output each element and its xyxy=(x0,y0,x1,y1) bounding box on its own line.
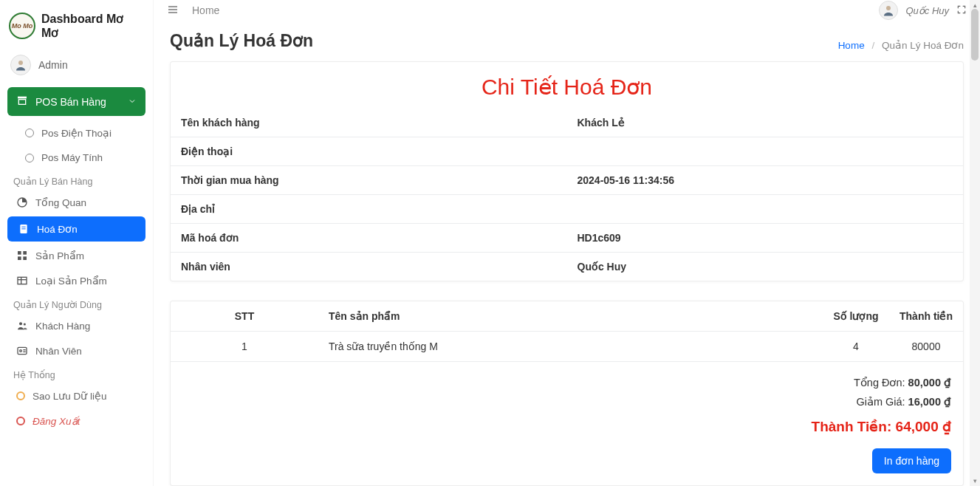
items-table: STT Tên sản phẩm Số lượng Thành tiền 1 T… xyxy=(171,301,963,362)
nav-pos-phone[interactable]: Pos Điện Thoại xyxy=(0,120,153,146)
info-label: Mã hoá đơn xyxy=(171,224,567,253)
svg-rect-7 xyxy=(18,251,21,255)
info-table: Tên khách hàng Khách Lẻ Điện thoại Thời … xyxy=(171,109,963,281)
svg-point-14 xyxy=(19,322,22,325)
circle-icon xyxy=(25,154,34,162)
discount-value: 16,000 ₫ xyxy=(908,396,951,408)
info-value: Khách Lẻ xyxy=(578,117,625,129)
info-row-code: Mã hoá đơn HD1c609 xyxy=(171,224,963,253)
grand-row: Thành Tiền: 64,000 ₫ xyxy=(182,418,951,435)
subtotal-label: Tổng Đơn: xyxy=(854,377,905,389)
nav-customer-label: Khách Hàng xyxy=(35,321,90,332)
invoice-info-card: Chi Tiết Hoá Đơn Tên khách hàng Khách Lẻ… xyxy=(170,61,964,281)
page-scrollbar[interactable]: ▴ ▾ xyxy=(970,0,980,486)
nav-overview[interactable]: Tổng Quan xyxy=(0,190,153,215)
content: Quản Lý Hoá Đơn Home / Quản Lý Hoá Đơn C… xyxy=(154,21,980,486)
info-value: HD1c609 xyxy=(578,232,621,244)
grand-label: Thành Tiền: xyxy=(812,419,892,434)
nav-pos-pc[interactable]: Pos Máy Tính xyxy=(0,146,153,170)
avatar-icon xyxy=(10,55,31,75)
breadcrumb-current: Quản Lý Hoá Đơn xyxy=(882,40,964,51)
grid-icon xyxy=(16,250,28,261)
circle-icon xyxy=(16,391,25,400)
col-amount: Thành tiền xyxy=(889,301,963,332)
section-system: Hệ Thống xyxy=(0,363,153,383)
nav-product[interactable]: Sản Phẩm xyxy=(0,243,153,268)
menu-toggle-icon[interactable] xyxy=(167,4,179,18)
scroll-thumb[interactable] xyxy=(971,9,979,61)
topbar: Home Quốc Huy xyxy=(154,0,980,21)
cell-qty: 4 xyxy=(823,332,889,362)
subtotal-value: 80,000 ₫ xyxy=(908,377,951,389)
breadcrumb-sep: / xyxy=(871,40,874,51)
svg-point-15 xyxy=(24,323,26,325)
table-row: 1 Trà sữa truyền thống M 4 80000 xyxy=(171,332,963,362)
nav-invoice[interactable]: Hoá Đơn xyxy=(7,216,145,242)
info-value: 2024-05-16 11:34:56 xyxy=(578,174,675,186)
info-label: Địa chỉ xyxy=(171,195,567,224)
nav-staff[interactable]: Nhân Viên xyxy=(0,338,153,363)
svg-rect-6 xyxy=(21,228,25,229)
nav-backup[interactable]: Sao Lưu Dữ liệu xyxy=(0,383,153,408)
svg-rect-10 xyxy=(23,256,27,260)
info-label: Thời gian mua hàng xyxy=(171,166,567,195)
sidebar: Mo Mo Dashboard Mơ Mơ Admin POS Bán Hàng… xyxy=(0,0,154,486)
avatar[interactable] xyxy=(879,1,898,20)
top-breadcrumb[interactable]: Home xyxy=(192,4,219,16)
topbar-username[interactable]: Quốc Huy xyxy=(905,5,949,16)
chevron-down-icon xyxy=(128,96,137,108)
clipboard-icon xyxy=(18,223,30,235)
cell-name: Trà sữa truyền thống M xyxy=(318,332,823,362)
nav-logout-label: Đăng Xuất xyxy=(32,415,80,427)
info-row-time: Thời gian mua hàng 2024-05-16 11:34:56 xyxy=(171,166,963,195)
info-row-customer: Tên khách hàng Khách Lẻ xyxy=(171,109,963,137)
nav-category[interactable]: Loại Sản Phẩm xyxy=(0,268,153,293)
svg-point-0 xyxy=(18,61,23,65)
nav-staff-label: Nhân Viên xyxy=(35,346,82,357)
nav-group-pos[interactable]: POS Bán Hàng xyxy=(7,87,145,116)
nav-invoice-label: Hoá Đơn xyxy=(37,223,78,235)
scroll-down-icon[interactable]: ▾ xyxy=(970,476,980,486)
brand: Mo Mo Dashboard Mơ Mơ xyxy=(0,0,153,47)
info-value: Quốc Huy xyxy=(578,261,627,273)
col-name: Tên sản phẩm xyxy=(318,301,823,332)
section-sales: Quản Lý Bán Hàng xyxy=(0,170,153,190)
id-icon xyxy=(16,345,28,357)
svg-rect-2 xyxy=(18,100,25,105)
nav-overview-label: Tổng Quan xyxy=(35,196,86,208)
print-button[interactable]: In đơn hàng xyxy=(872,448,951,473)
sidebar-user[interactable]: Admin xyxy=(0,47,153,87)
svg-rect-11 xyxy=(18,277,27,284)
nav-logout[interactable]: Đăng Xuất xyxy=(0,408,153,434)
info-label: Nhân viên xyxy=(171,253,567,281)
col-stt: STT xyxy=(171,301,318,332)
section-users: Quản Lý Người Dùng xyxy=(0,293,153,313)
invoice-items-card: STT Tên sản phẩm Số lượng Thành tiền 1 T… xyxy=(170,301,964,486)
cell-amount: 80000 xyxy=(889,332,963,362)
svg-rect-9 xyxy=(18,256,21,260)
nav-customer[interactable]: Khách Hàng xyxy=(0,313,153,338)
grand-value: 64,000 ₫ xyxy=(896,419,951,434)
sidebar-user-role: Admin xyxy=(38,59,68,71)
svg-point-23 xyxy=(886,6,891,10)
subtotal-row: Tổng Đơn: 80,000 ₫ xyxy=(182,377,951,389)
gauge-icon xyxy=(16,196,28,208)
detail-title: Chi Tiết Hoá Đơn xyxy=(171,62,963,109)
breadcrumb-home[interactable]: Home xyxy=(838,40,865,51)
table-icon xyxy=(16,275,28,287)
breadcrumb: Home / Quản Lý Hoá Đơn xyxy=(838,39,964,51)
info-label: Điện thoại xyxy=(171,137,567,166)
circle-icon xyxy=(16,417,25,425)
info-row-address: Địa chỉ xyxy=(171,195,963,224)
totals: Tổng Đơn: 80,000 ₫ Giảm Giá: 16,000 ₫ Th… xyxy=(171,362,963,435)
info-row-phone: Điện thoại xyxy=(171,137,963,166)
info-label: Tên khách hàng xyxy=(171,109,567,137)
nav-backup-label: Sao Lưu Dữ liệu xyxy=(32,390,107,402)
svg-rect-5 xyxy=(21,227,25,227)
store-icon xyxy=(16,95,28,109)
fullscreen-icon[interactable] xyxy=(956,4,967,17)
page-header: Quản Lý Hoá Đơn Home / Quản Lý Hoá Đơn xyxy=(170,31,964,51)
nav-category-label: Loại Sản Phẩm xyxy=(35,275,107,287)
info-row-staff: Nhân viên Quốc Huy xyxy=(171,253,963,281)
page-title: Quản Lý Hoá Đơn xyxy=(170,31,313,51)
